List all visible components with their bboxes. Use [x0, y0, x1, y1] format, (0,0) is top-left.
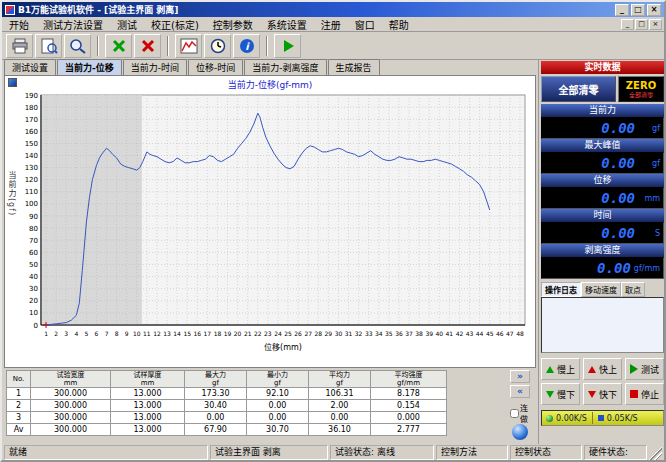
- column-unit: gf: [186, 379, 245, 387]
- menu-item-8[interactable]: 帮助: [382, 17, 416, 32]
- red-x-icon: [140, 38, 156, 54]
- clock-button[interactable]: [204, 34, 231, 58]
- clear-all-button[interactable]: 全部清零: [541, 76, 616, 102]
- zoom-icon: [69, 38, 87, 54]
- fast-down-button[interactable]: 快下: [583, 383, 622, 405]
- close-button[interactable]: ×: [647, 4, 661, 16]
- field-display: 0.00gf: [541, 117, 664, 139]
- curve-button[interactable]: [175, 34, 202, 58]
- operation-log-list[interactable]: [541, 297, 664, 353]
- log-tab-2[interactable]: 取点: [621, 282, 645, 297]
- log-tab-0[interactable]: 操作日志: [541, 282, 581, 297]
- table-cell: Av: [7, 424, 31, 436]
- info-icon: i: [239, 38, 255, 54]
- menu-item-5[interactable]: 系统设置: [260, 17, 314, 32]
- svg-text:9: 9: [125, 330, 129, 337]
- minimize-button[interactable]: _: [615, 4, 629, 16]
- zero-label: ZERO: [626, 80, 656, 91]
- table-row[interactable]: Av300.00013.00067.9030.7036.102.777: [7, 424, 447, 436]
- menu-item-7[interactable]: 窗口: [348, 17, 382, 32]
- column-header: 平均力gf: [309, 371, 371, 388]
- preview-button[interactable]: [35, 34, 62, 58]
- table-cell: 0.000: [371, 412, 447, 424]
- svg-text:150: 150: [25, 140, 38, 148]
- svg-text:46: 46: [496, 330, 504, 337]
- menu-item-1[interactable]: 测试方法设置: [36, 17, 110, 32]
- svg-text:100: 100: [25, 200, 38, 208]
- tab-3[interactable]: 位移-时间: [188, 59, 243, 75]
- column-header: 最小力gf: [247, 371, 309, 388]
- fast-up-button[interactable]: 快上: [583, 358, 622, 380]
- title-bar: B1万能试验机软件 - [试验主界面 剥离] _ □ ×: [2, 2, 664, 17]
- svg-text:80: 80: [29, 225, 38, 233]
- table-cell: 67.90: [185, 424, 247, 436]
- slow-up-button[interactable]: 慢上: [541, 358, 580, 380]
- menu-item-6[interactable]: 注册: [314, 17, 348, 32]
- clock-icon: [210, 38, 226, 54]
- zoom-button[interactable]: [64, 34, 91, 58]
- table-row[interactable]: 3300.00013.0000.000.000.000.000: [7, 412, 447, 424]
- realtime-field-4: 剥离强度0.00gf/mm: [541, 244, 664, 279]
- force-displacement-chart: 0102030405060708090100110120130140150160…: [15, 89, 533, 365]
- field-label: 最大峰值: [541, 139, 664, 152]
- tab-4[interactable]: 当前力-剥离强度: [244, 59, 326, 75]
- realtime-field-3: 时间0.00S: [541, 209, 664, 244]
- tab-5[interactable]: 生成报告: [328, 59, 380, 75]
- column-name: 试验宽度: [32, 371, 109, 379]
- column-name: No.: [8, 375, 29, 383]
- realtime-panel: 实时数据 全部清零 ZERO 全部清零 当前力0.00gf最大峰值0.00gf位…: [538, 60, 666, 444]
- svg-text:44: 44: [476, 330, 484, 337]
- table-cell: 300.000: [31, 424, 111, 436]
- svg-text:13: 13: [163, 330, 171, 337]
- tab-2[interactable]: 当前力-时间: [123, 59, 187, 75]
- printer-button[interactable]: [6, 34, 33, 58]
- test-button[interactable]: 测试: [625, 358, 664, 380]
- svg-text:40: 40: [29, 273, 38, 281]
- child-close-button[interactable]: ×: [649, 19, 662, 30]
- up-arrow-icon: [588, 366, 596, 373]
- svg-text:27: 27: [304, 330, 312, 337]
- down-arrow-icon: [546, 391, 554, 398]
- svg-text:60: 60: [29, 249, 38, 257]
- svg-text:23: 23: [264, 330, 272, 337]
- field-unit: gf/mm: [634, 264, 660, 273]
- menu-item-3[interactable]: 校正(标定): [144, 17, 206, 32]
- column-name: 最大力: [186, 371, 245, 379]
- info-button[interactable]: i: [233, 34, 260, 58]
- menu-bar: 开始测试方法设置测试校正(标定)控制参数系统设置注册窗口帮助 _ □ ×: [2, 17, 664, 32]
- log-tab-1[interactable]: 移动速度: [581, 282, 621, 297]
- tab-0[interactable]: 测试设置: [4, 59, 56, 75]
- menu-item-2[interactable]: 测试: [110, 17, 144, 32]
- stop-button[interactable]: 停止: [625, 383, 664, 405]
- menu-item-4[interactable]: 控制参数: [206, 17, 260, 32]
- expand-down-button[interactable]: «: [510, 385, 530, 398]
- menu-item-0[interactable]: 开始: [2, 17, 36, 32]
- maximize-button[interactable]: □: [631, 4, 645, 16]
- table-row[interactable]: 1300.00013.000173.3092.10106.318.178: [7, 388, 447, 400]
- red-x-button[interactable]: [134, 34, 161, 58]
- zero-button[interactable]: ZERO 全部清零: [618, 76, 664, 102]
- field-label: 时间: [541, 209, 664, 222]
- svg-text:30: 30: [335, 330, 343, 337]
- play-button[interactable]: [274, 34, 301, 58]
- table-side-strip: » « 连做: [510, 370, 534, 442]
- status-segment-5: 硬件状态:: [584, 445, 647, 460]
- expand-up-button[interactable]: »: [510, 370, 530, 383]
- status-segment-2: 试验状态: 离线: [330, 445, 434, 460]
- speed-right: 0.05K/S: [607, 414, 638, 423]
- continuous-checkbox[interactable]: [510, 409, 519, 418]
- globe-icon[interactable]: [512, 424, 528, 440]
- table-cell: 30.40: [185, 400, 247, 412]
- tab-1[interactable]: 当前力-位移: [57, 59, 122, 75]
- status-led-icon: [546, 415, 553, 422]
- svg-text:19: 19: [224, 330, 232, 337]
- green-x-button[interactable]: [105, 34, 132, 58]
- table-row[interactable]: 2300.00013.00030.400.002.000.154: [7, 400, 447, 412]
- continuous-checkbox-row: 连做: [510, 402, 534, 424]
- toolbar-separator: [167, 36, 169, 56]
- resize-grip[interactable]: [649, 445, 662, 460]
- child-minimize-button[interactable]: _: [621, 19, 634, 30]
- child-restore-button[interactable]: □: [635, 19, 648, 30]
- svg-text:0: 0: [34, 322, 38, 330]
- slow-down-button[interactable]: 慢下: [541, 383, 580, 405]
